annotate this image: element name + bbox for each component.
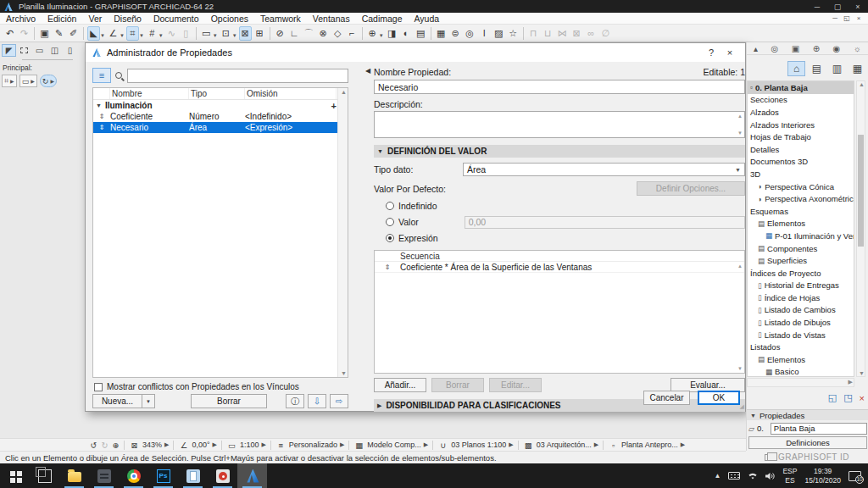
transfer-settings-icon[interactable]: ◱ [828, 392, 837, 403]
navigator-item[interactable]: ▤Superficies [748, 254, 854, 267]
add-property-button[interactable]: + [331, 101, 337, 111]
data-type-dropdown[interactable]: Área ▼ [463, 163, 745, 176]
project-map-tab[interactable]: ⌂ [787, 61, 805, 76]
chrome-taskbar-button[interactable] [119, 463, 148, 488]
export-properties-button[interactable]: ⇨ [330, 394, 348, 408]
navigator-item[interactable]: ▯Listado de Dibujos [748, 316, 854, 329]
definitions-button[interactable]: Definiciones [748, 436, 867, 449]
property-row[interactable]: ⇕NecesarioÁrea<Expresión> [93, 122, 348, 133]
close-panel-icon[interactable]: × [860, 393, 865, 403]
navigator-item[interactable]: ▫0. Planta Baja [748, 81, 854, 94]
property-table-header[interactable]: Nombre Tipo Omisión [93, 88, 348, 100]
edit-expression-button[interactable]: Editar... [489, 378, 542, 392]
layout-book-tab[interactable]: ▥ [828, 61, 846, 76]
zoom-level-control[interactable]: ⊠343%▶ [127, 441, 170, 450]
navigator-item[interactable]: Detalles [748, 143, 854, 156]
graphisoft-id-bar[interactable]: GRAPHISOFT ID [746, 451, 868, 463]
scrollbar-thumb[interactable] [858, 135, 864, 247]
hidden-icons-icon[interactable]: ▲ [715, 472, 721, 480]
document-taskbar-button[interactable] [178, 463, 208, 488]
navigator-item[interactable]: 3D [748, 168, 854, 180]
expression-radio-row[interactable]: Expresión [386, 232, 745, 244]
start-taskbar-button[interactable] [0, 463, 30, 488]
cancel-button[interactable]: Cancelar [643, 391, 690, 405]
fillet-icon[interactable]: ⌒ [303, 26, 315, 41]
navigator-item[interactable]: Hojas de Trabajo [748, 130, 854, 143]
scroll-down-icon[interactable]: ▼ [737, 366, 743, 371]
value-radio[interactable] [386, 218, 394, 226]
help-button[interactable]: ? [702, 47, 721, 58]
navigator-item[interactable]: ▤Componentes [748, 242, 854, 255]
section-expand-icon[interactable]: ▶ [377, 402, 381, 409]
zoom-forward-icon[interactable]: ↻ [99, 441, 110, 450]
menu-edicion[interactable]: Edición [42, 14, 82, 24]
favorites-combo[interactable]: ⌗▶ [2, 75, 17, 87]
navigator-item[interactable]: Secciones [748, 94, 854, 107]
navigator-item[interactable]: Alzados [748, 106, 854, 119]
arrow-tool-icon[interactable]: ◤ [2, 44, 16, 57]
drag-handle-icon[interactable]: ⇕ [93, 113, 110, 120]
box-edit-icon[interactable]: ⊠ [570, 26, 583, 41]
element-settings-combo[interactable]: ▭▶ [19, 75, 37, 87]
photoshop-taskbar-button[interactable]: Ps [148, 463, 178, 488]
worksheet-icon[interactable]: ▨ [492, 26, 505, 41]
utility-taskbar-button[interactable] [89, 463, 119, 488]
ibeam-icon[interactable]: I [478, 26, 491, 41]
camera-path-icon[interactable]: ◉ [833, 44, 841, 53]
grid-snap-icon[interactable]: # [146, 26, 159, 41]
navigator-item[interactable]: ▯Listado de Cambios [748, 304, 854, 317]
scroll-up-icon[interactable]: ▲ [737, 114, 743, 119]
dropdown-arrow-icon[interactable]: ▼ [120, 33, 125, 38]
trace-reference-icon[interactable]: ⊠ [239, 26, 252, 41]
window-tool-icon[interactable]: ▯ [63, 44, 77, 57]
expression-list[interactable]: Secuencia ⇕ Coeficiente * Área de la Sup… [374, 250, 745, 374]
publisher-tab[interactable]: ▦ [849, 61, 866, 76]
dropdown-arrow-icon[interactable]: ▼ [232, 33, 237, 38]
define-options-button[interactable]: Definir Opciones... [637, 181, 745, 196]
wall-tool-icon[interactable]: ▭ [32, 44, 47, 57]
menu-ver[interactable]: Ver [82, 14, 108, 24]
orientation-control[interactable]: ∠0,00°▶ [176, 441, 219, 450]
navigator-item[interactable]: Índices de Proyecto [748, 267, 854, 280]
archicad-taskbar-button[interactable] [237, 463, 267, 488]
adjust-icon[interactable]: ∟ [288, 26, 301, 41]
drag-handle-icon[interactable]: ⇕ [375, 263, 400, 271]
stretch-icon[interactable]: ⌐ [346, 26, 359, 41]
menu-opciones[interactable]: Opciones [205, 14, 254, 24]
close-icon[interactable]: × [848, 3, 868, 11]
scroll-up-icon[interactable]: ▲ [341, 89, 347, 95]
plane-snap-icon[interactable]: ▯ [180, 26, 192, 41]
picture-icon[interactable]: ▣ [38, 26, 51, 41]
delete-property-button[interactable]: Borrar [191, 394, 267, 408]
navigator-item[interactable]: ◗Perspectiva Cónica [748, 180, 854, 193]
property-table[interactable]: Nombre Tipo Omisión ▼ Iluminación + ⇕Coe… [92, 87, 348, 378]
popup-arrow-icon[interactable]: ▶ [594, 441, 598, 448]
magic-wand-combo[interactable]: ↻▶ [40, 75, 57, 87]
popup-arrow-icon[interactable]: ▶ [424, 441, 428, 448]
model-view-options-control[interactable]: ▦Modelo Comp...▶ [352, 441, 430, 450]
navigator-item[interactable]: ▤Elementos [748, 218, 854, 230]
collapse-triangle-icon[interactable]: ▼ [96, 103, 102, 108]
property-name-input[interactable]: Necesario [374, 80, 745, 94]
capture-view-icon[interactable]: ◳ [843, 392, 852, 403]
import-properties-button[interactable]: ⇩ [308, 394, 326, 408]
navigator-item[interactable]: Alzados Interiores [748, 119, 854, 131]
speaker-icon[interactable] [765, 472, 775, 480]
expression-row[interactable]: ⇕ Coeficiente * Área de la Superficie de… [375, 262, 744, 273]
conflicts-checkbox[interactable] [94, 383, 103, 391]
scroll-up-icon[interactable]: ▲ [859, 81, 865, 87]
undo-icon[interactable]: ↶ [3, 26, 16, 41]
menu-cadimage[interactable]: Cadimage [356, 14, 409, 24]
wifi-icon[interactable] [748, 472, 758, 480]
mdi-minimize-icon[interactable]: ─ [829, 14, 841, 22]
expression-radio[interactable] [386, 234, 394, 242]
structure-display-control[interactable]: ≡Personalizado▶ [274, 441, 346, 450]
scroll-down-icon[interactable]: ▼ [737, 130, 743, 136]
new-property-dropdown[interactable]: ▼ [142, 394, 155, 408]
property-group-row[interactable]: ▼ Iluminación + [93, 100, 348, 111]
dialog-close-button[interactable]: × [721, 47, 739, 58]
navigator-item[interactable]: ▯Índice de Hojas [748, 291, 854, 304]
property-list-scrollbar[interactable]: ▲ ▼ [337, 88, 348, 377]
angle-snap-icon[interactable]: ∠ [107, 26, 120, 41]
menu-documento[interactable]: Documento [147, 14, 205, 24]
